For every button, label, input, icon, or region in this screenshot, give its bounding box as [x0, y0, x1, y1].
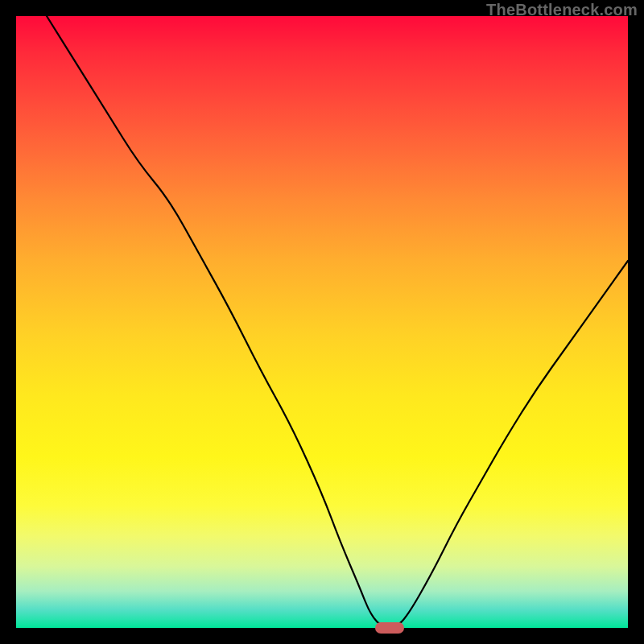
chart-stage: TheBottleneck.com	[0, 0, 644, 644]
watermark-text: TheBottleneck.com	[486, 2, 638, 18]
plot-area	[16, 16, 628, 628]
gradient-background	[16, 16, 628, 628]
